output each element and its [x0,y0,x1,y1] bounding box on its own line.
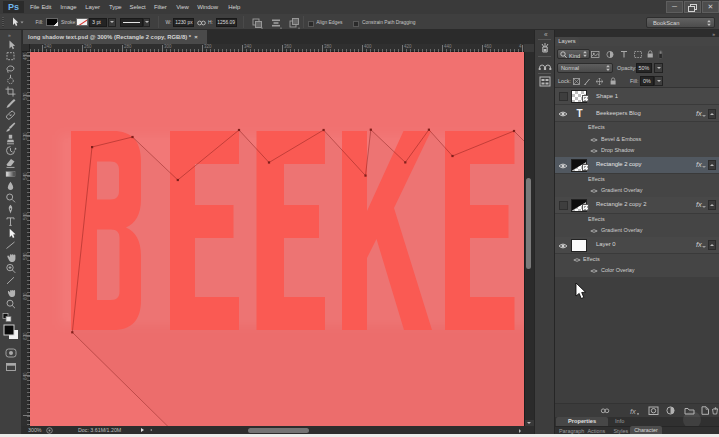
svg-text:fx: fx [630,407,636,416]
